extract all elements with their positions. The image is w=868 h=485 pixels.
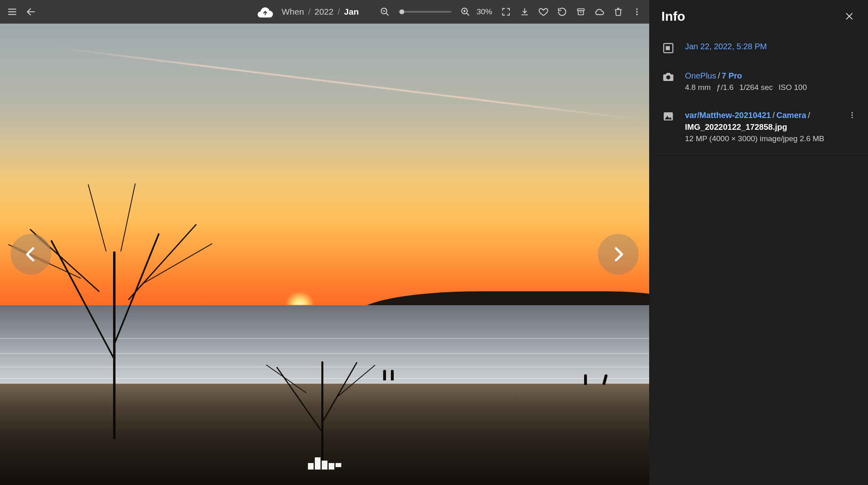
archive-icon: [576, 7, 585, 16]
camera-specs: 4.8 mmƒ/1.61/264 secISO 100: [685, 82, 858, 93]
info-row-date: Jan 22, 2022, 5:28 PM: [661, 33, 858, 62]
info-panel: Info Jan 22, 2022, 5:28 PM: [649, 0, 868, 485]
photo-viewer: When / 2022 / Jan 30%: [0, 0, 649, 485]
photo-content: [0, 24, 649, 485]
camera-aperture: ƒ/1.6: [716, 83, 733, 92]
crumb-year[interactable]: 2022: [314, 7, 334, 17]
info-row-camera: OnePlus/7 Pro 4.8 mmƒ/1.61/264 secISO 10…: [661, 62, 858, 101]
photo-date[interactable]: Jan 22, 2022, 5:28 PM: [685, 42, 767, 51]
cloud-icon: [594, 7, 605, 16]
close-info-button[interactable]: [840, 7, 858, 25]
back-button[interactable]: [22, 3, 40, 21]
info-rows: Jan 22, 2022, 5:28 PM OnePlus/7 Pro 4.8 …: [649, 28, 868, 152]
camera-shutter: 1/264 sec: [739, 83, 773, 92]
zoom-out-icon: [380, 7, 390, 17]
hamburger-icon: [7, 7, 17, 17]
more-button[interactable]: [628, 3, 646, 21]
camera-iso: ISO 100: [779, 83, 807, 92]
filmstrip-toggle[interactable]: [308, 457, 341, 470]
next-photo-button[interactable]: [598, 234, 639, 275]
info-header: Info: [649, 0, 868, 28]
file-name: IMG_20220122_172858.jpg: [685, 121, 836, 133]
camera-make[interactable]: OnePlus: [685, 71, 716, 80]
zoom-label: 30%: [477, 7, 492, 16]
camera-model[interactable]: 7 Pro: [722, 71, 742, 80]
file-path-seg1[interactable]: var/Matthew-20210421: [685, 111, 771, 120]
crumb-root[interactable]: When: [282, 7, 304, 17]
breadcrumb: When / 2022 / Jan: [282, 7, 359, 17]
image-icon: [662, 110, 674, 122]
zoom-out-button[interactable]: [376, 3, 394, 21]
chevron-right-icon: [609, 245, 627, 263]
file-details: 12 MP (4000 × 3000) image/jpeg 2.6 MB: [685, 133, 836, 144]
info-title: Info: [661, 9, 685, 24]
crumb-sep: /: [308, 7, 310, 17]
menu-button[interactable]: [3, 3, 21, 21]
svg-point-22: [666, 75, 670, 79]
favorite-button[interactable]: [534, 3, 552, 21]
toolbar: When / 2022 / Jan 30%: [0, 0, 649, 24]
more-vert-icon: [632, 7, 641, 16]
camera-focal: 4.8 mm: [685, 83, 711, 92]
close-icon: [844, 11, 854, 21]
info-row-file: var/Matthew-20210421/Camera/ IMG_2022012…: [661, 101, 858, 153]
more-vert-icon: [848, 111, 856, 119]
file-path-seg2[interactable]: Camera: [776, 111, 806, 120]
photo-canvas[interactable]: [0, 24, 649, 485]
svg-rect-13: [578, 9, 584, 11]
camera-icon: [662, 71, 674, 83]
delete-button[interactable]: [609, 3, 627, 21]
heart-icon: [539, 7, 548, 17]
zoom-in-button[interactable]: [456, 3, 474, 21]
svg-point-17: [636, 14, 638, 15]
prev-photo-button[interactable]: [11, 234, 51, 275]
svg-point-27: [851, 117, 853, 118]
cloud-logo[interactable]: [254, 3, 276, 21]
archive-button[interactable]: [572, 3, 590, 21]
info-divider: [649, 154, 868, 154]
rotate-ccw-icon: [557, 7, 567, 17]
cloud-upload-icon: [257, 6, 273, 17]
zoom-slider[interactable]: [399, 11, 451, 13]
svg-line-8: [467, 13, 469, 15]
file-more-button[interactable]: [846, 109, 858, 144]
download-button[interactable]: [516, 3, 534, 21]
svg-point-16: [636, 11, 638, 13]
trash-icon: [614, 7, 623, 16]
zoom-in-icon: [460, 7, 470, 17]
crumb-month[interactable]: Jan: [344, 7, 359, 17]
download-icon: [520, 7, 529, 16]
calendar-icon: [662, 42, 674, 54]
svg-point-15: [636, 9, 638, 10]
fullscreen-button[interactable]: [497, 3, 515, 21]
chevron-left-icon: [22, 245, 40, 263]
arrow-left-icon: [26, 7, 36, 17]
cloud-sync-button[interactable]: [591, 3, 608, 21]
svg-line-5: [386, 13, 388, 15]
app-root: When / 2022 / Jan 30%: [0, 0, 868, 485]
svg-point-25: [851, 112, 853, 113]
svg-point-26: [851, 114, 853, 116]
rotate-button[interactable]: [553, 3, 571, 21]
crumb-sep: /: [338, 7, 340, 17]
fullscreen-icon: [502, 7, 510, 16]
svg-rect-21: [666, 46, 670, 50]
